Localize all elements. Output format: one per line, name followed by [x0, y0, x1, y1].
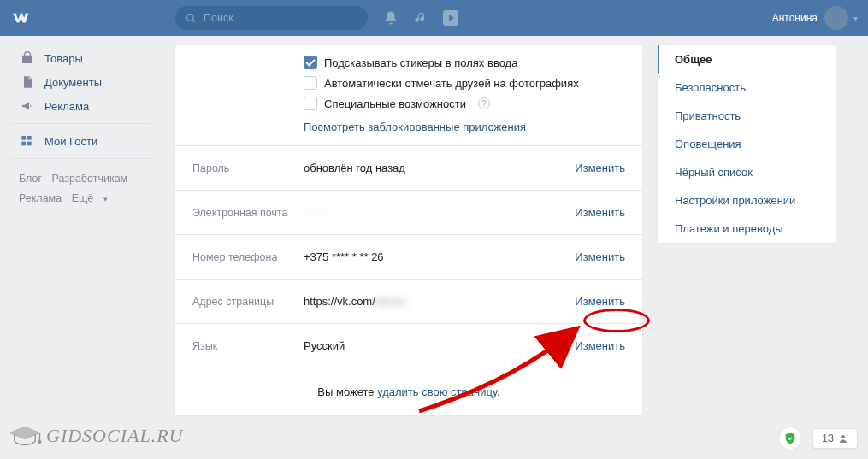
setting-value: Русский: [304, 339, 575, 352]
sidebar-item-label: Документы: [44, 76, 102, 89]
checkbox-row-tag-friends[interactable]: Автоматически отмечать друзей на фотогра…: [304, 73, 625, 93]
horn-icon: [19, 99, 36, 113]
help-icon[interactable]: ?: [478, 97, 490, 109]
sidebar-item-ads[interactable]: Реклама: [10, 94, 151, 118]
svg-rect-2: [21, 136, 26, 140]
search-input[interactable]: [204, 12, 357, 24]
checkbox-icon: [304, 97, 317, 110]
change-link[interactable]: Изменить: [575, 206, 625, 219]
music-icon[interactable]: [414, 11, 428, 25]
checkbox-icon: [304, 56, 317, 69]
nav-app-settings[interactable]: Настройки приложений: [658, 186, 836, 215]
header-icons: [383, 10, 458, 26]
profile-menu[interactable]: Антонина ▾: [772, 6, 858, 30]
settings-panel: Подсказывать стикеры в полях ввода Автом…: [174, 44, 643, 416]
top-header: Антонина ▾: [0, 0, 868, 36]
setting-row-language: Язык Русский Изменить: [175, 323, 642, 368]
setting-value: +375 **** * ** 26: [304, 250, 575, 263]
settings-checkboxes: Подсказывать стикеры в полях ввода Автом…: [175, 45, 642, 145]
delete-link[interactable]: удалить свою страницу.: [377, 385, 500, 398]
chevron-down-icon: ▾: [853, 14, 858, 23]
setting-row-password: Пароль обновлён год назад Изменить: [175, 145, 642, 190]
checkbox-label: Специальные возможности: [324, 97, 466, 110]
svg-rect-3: [27, 136, 32, 140]
sidebar-item-label: Товары: [44, 52, 83, 65]
setting-label: Пароль: [192, 162, 304, 174]
link-devs[interactable]: Разработчикам: [52, 173, 128, 185]
play-icon[interactable]: [443, 10, 458, 26]
setting-value: обновлён год назад: [304, 162, 575, 174]
link-blog[interactable]: Блог: [19, 173, 42, 185]
nav-security[interactable]: Безопасность: [658, 74, 836, 102]
setting-label: Язык: [192, 340, 304, 352]
left-sidebar: Товары Документы Реклама Мои Гости Блог …: [10, 44, 151, 208]
search-icon: [186, 13, 197, 24]
change-link[interactable]: Изменить: [575, 250, 625, 263]
checkbox-label: Подсказывать стикеры в полях ввода: [324, 56, 517, 69]
delete-prefix: Вы можете: [317, 385, 377, 398]
setting-row-url: Адрес страницы https://vk.com/idxxxx Изм…: [175, 279, 642, 323]
sidebar-item-docs[interactable]: Документы: [10, 70, 151, 94]
svg-point-0: [187, 14, 194, 21]
checkbox-row-stickers[interactable]: Подсказывать стикеры в полях ввода: [304, 52, 625, 73]
settings-nav: Общее Безопасность Приватность Оповещени…: [657, 44, 836, 244]
separator: [10, 158, 151, 159]
link-more[interactable]: Ещё ▾: [72, 192, 115, 204]
setting-value: https://vk.com/idxxxx: [304, 295, 575, 308]
counter-value: 13: [822, 433, 834, 444]
footer-links: Блог Разработчикам Реклама Ещё ▾: [10, 164, 151, 208]
view-blocked-link[interactable]: Посмотреть заблокированные приложения: [304, 114, 625, 133]
delete-account-row: Вы можете удалить свою страницу.: [175, 368, 642, 415]
change-link[interactable]: Изменить: [575, 295, 625, 308]
search-box[interactable]: [175, 6, 368, 30]
nav-payments[interactable]: Платежи и переводы: [658, 215, 836, 243]
checkbox-icon: [304, 76, 317, 90]
person-icon: [838, 433, 848, 444]
setting-label: Номер телефона: [192, 251, 304, 263]
nav-blacklist[interactable]: Чёрный список: [658, 158, 836, 186]
setting-row-phone: Номер телефона +375 **** * ** 26 Изменит…: [175, 234, 642, 279]
checkbox-row-accessibility[interactable]: Специальные возможности ?: [304, 93, 625, 114]
bottom-right-widgets: 13: [778, 427, 858, 450]
change-link[interactable]: Изменить: [575, 162, 625, 174]
setting-label: Адрес страницы: [192, 296, 304, 308]
nav-privacy[interactable]: Приватность: [658, 102, 836, 130]
svg-rect-5: [27, 142, 32, 146]
sidebar-item-goods[interactable]: Товары: [10, 46, 151, 70]
avatar: [824, 6, 848, 30]
svg-line-1: [192, 20, 195, 22]
online-counter[interactable]: 13: [812, 428, 858, 449]
bag-icon: [19, 51, 36, 65]
nav-notifications[interactable]: Оповещения: [658, 130, 836, 158]
vk-logo[interactable]: [10, 6, 34, 30]
shield-icon[interactable]: [778, 427, 802, 450]
grid-icon: [19, 134, 36, 148]
doc-icon: [19, 75, 36, 89]
sidebar-item-label: Мои Гости: [44, 135, 97, 148]
user-name: Антонина: [772, 12, 818, 24]
checkbox-label: Автоматически отмечать друзей на фотогра…: [324, 77, 579, 90]
separator: [10, 123, 151, 124]
sidebar-item-guests[interactable]: Мои Гости: [10, 129, 151, 153]
bell-icon[interactable]: [383, 10, 399, 26]
setting-label: Электронная почта: [192, 207, 304, 219]
setting-row-email: Электронная почта ·········· Изменить: [175, 190, 642, 234]
change-link[interactable]: Изменить: [575, 339, 625, 352]
sidebar-item-label: Реклама: [44, 100, 89, 113]
svg-rect-4: [21, 142, 26, 146]
link-ads[interactable]: Реклама: [19, 192, 62, 204]
svg-point-8: [841, 435, 845, 438]
nav-general[interactable]: Общее: [658, 45, 836, 74]
setting-value: ··········: [304, 206, 575, 219]
